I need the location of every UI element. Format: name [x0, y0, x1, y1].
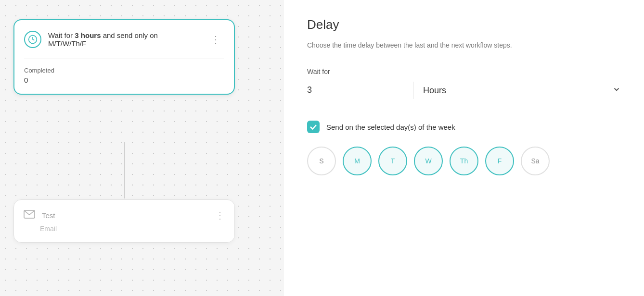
delay-card-bottom: Completed 0: [14, 59, 234, 94]
email-card-left: Test: [24, 210, 55, 221]
wait-for-label: Wait for: [307, 68, 621, 75]
delay-card: Wait for 3 hours and send only on M/T/W/…: [13, 19, 235, 95]
panel-description: Choose the time delay between the last a…: [307, 40, 605, 50]
email-card-title: Test: [42, 211, 55, 220]
delay-card-top: Wait for 3 hours and send only on M/T/W/…: [14, 20, 234, 59]
checkbox-row: Send on the selected day(s) of the week: [307, 121, 621, 133]
delay-settings-panel: Delay Choose the time delay between the …: [284, 0, 644, 296]
wait-for-row: Hours Minutes Days Weeks: [307, 81, 621, 105]
email-icon: [24, 210, 35, 221]
email-card-menu-icon[interactable]: ⋮: [215, 210, 225, 221]
delay-hours-bold: 3 hours: [75, 31, 101, 39]
panel-title: Delay: [307, 17, 621, 32]
email-card-top: Test ⋮: [24, 210, 225, 221]
completed-label: Completed: [24, 67, 224, 74]
wait-for-divider: [413, 82, 413, 99]
wait-for-number-input[interactable]: [307, 81, 403, 99]
hours-select[interactable]: Hours Minutes Days Weeks: [423, 82, 621, 99]
send-on-days-checkbox[interactable]: [307, 121, 320, 133]
delay-card-description: Wait for 3 hours and send only on M/T/W/…: [48, 31, 207, 48]
day-button-t[interactable]: T: [378, 147, 407, 175]
workflow-canvas: Wait for 3 hours and send only on M/T/W/…: [0, 0, 284, 296]
email-card-subtitle: Email: [40, 225, 225, 233]
wait-for-select-container: Hours Minutes Days Weeks: [423, 82, 621, 99]
day-button-w[interactable]: W: [414, 147, 443, 175]
connector-line: [124, 142, 125, 198]
clock-icon: [24, 31, 41, 48]
day-button-sa[interactable]: Sa: [521, 147, 550, 175]
checkbox-label: Send on the selected day(s) of the week: [326, 123, 455, 131]
day-button-th[interactable]: Th: [450, 147, 478, 175]
day-button-m[interactable]: M: [343, 147, 372, 175]
days-row: SMTWThFSa: [307, 147, 621, 175]
day-button-s[interactable]: S: [307, 147, 336, 175]
completed-value: 0: [24, 76, 224, 84]
email-card: Test ⋮ Email: [13, 199, 235, 243]
day-button-f[interactable]: F: [485, 147, 514, 175]
delay-days-text: M/T/W/Th/F: [48, 39, 86, 48]
delay-card-menu-icon[interactable]: ⋮: [207, 32, 224, 47]
